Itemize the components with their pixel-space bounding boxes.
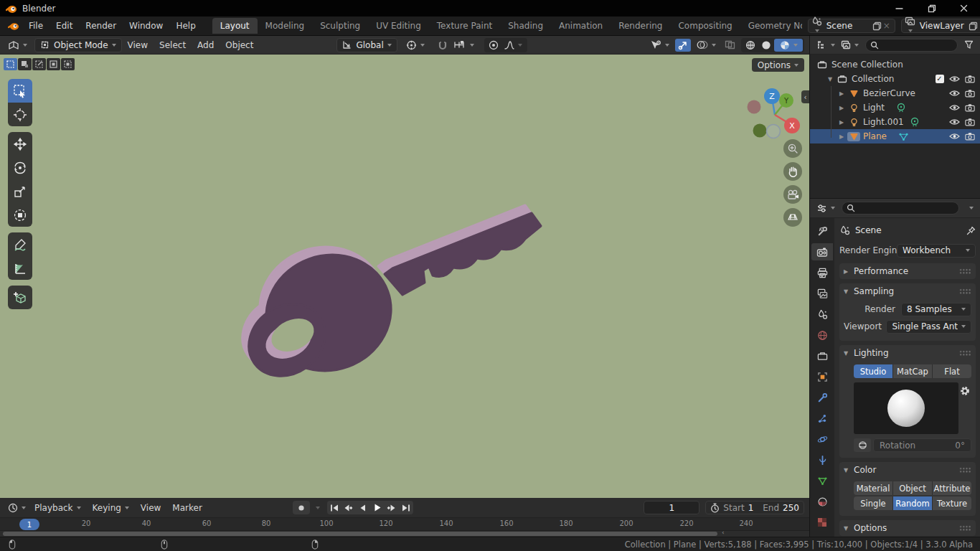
render-camera-toggle[interactable] — [962, 89, 977, 98]
proportional-editing-toggle[interactable] — [486, 39, 501, 52]
pivot-point-button[interactable] — [403, 39, 428, 52]
keying-dropdown[interactable] — [312, 503, 320, 513]
proportional-falloff-button[interactable] — [501, 39, 526, 52]
expander-closed-icon[interactable]: ▶ — [836, 90, 847, 97]
color-texture-button[interactable]: Texture — [933, 496, 971, 510]
tool-rotate[interactable] — [8, 156, 32, 179]
timeline-ruler[interactable]: 1 20 40 60 80 100 120 140 160 180 200 22… — [0, 518, 809, 531]
new-viewlayer-icon[interactable] — [969, 22, 978, 31]
menu-object[interactable]: Object — [220, 38, 259, 52]
selectability-visibility-button[interactable] — [647, 39, 672, 52]
hide-eye-toggle[interactable] — [947, 104, 962, 111]
outliner-row-plane[interactable]: ▶ Plane — [810, 129, 980, 143]
jump-to-start-button[interactable] — [327, 501, 341, 514]
expander-open-icon[interactable]: ▼ — [824, 76, 836, 83]
outliner-filter-button[interactable] — [961, 39, 976, 51]
tab-layout[interactable]: Layout — [212, 18, 258, 34]
next-keyframe-button[interactable] — [385, 501, 399, 514]
lighting-matcap-button[interactable]: MatCap — [893, 364, 933, 378]
properties-tab-collection[interactable] — [811, 347, 833, 364]
properties-tab-physics[interactable] — [811, 430, 833, 448]
viewport-3d[interactable]: Options — [0, 55, 809, 498]
collection-checkbox[interactable]: ✓ — [932, 75, 947, 83]
menu-add[interactable]: Add — [192, 38, 220, 52]
auto-keying-record-button[interactable] — [293, 501, 310, 514]
light-data-icon[interactable] — [910, 117, 920, 127]
properties-options-button[interactable] — [963, 205, 976, 211]
menu-view[interactable]: View — [122, 38, 154, 52]
properties-tab-object-data[interactable] — [811, 472, 833, 489]
select-mode-subtract[interactable] — [32, 58, 46, 70]
drag-grip-icon[interactable] — [959, 525, 971, 532]
color-material-button[interactable]: Material — [854, 481, 893, 495]
tab-geometry-nodes[interactable]: Geometry Noc — [740, 18, 802, 34]
row-label[interactable]: Plane — [863, 131, 887, 141]
breadcrumb-scene[interactable]: Scene — [855, 225, 882, 235]
render-samples-dropdown[interactable]: 8 Samples — [901, 303, 971, 316]
curve-data-icon[interactable] — [898, 132, 909, 141]
studiolight-preview[interactable] — [854, 382, 958, 434]
expander-closed-icon[interactable]: ▶ — [836, 105, 847, 111]
tool-measure[interactable] — [8, 256, 32, 280]
properties-tab-scene[interactable] — [811, 306, 833, 323]
tool-scale[interactable] — [8, 179, 32, 203]
color-attribute-button[interactable]: Attribute — [933, 481, 971, 495]
scrollbar-chevron[interactable]: ‹ — [722, 529, 725, 536]
studiolight-settings-gear-icon[interactable] — [959, 385, 971, 397]
hide-eye-toggle[interactable] — [947, 90, 962, 97]
menu-marker[interactable]: Marker — [166, 501, 207, 515]
menu-render[interactable]: Render — [79, 19, 123, 33]
drag-grip-icon[interactable] — [959, 288, 971, 295]
row-label[interactable]: BezierCurve — [863, 88, 915, 98]
blender-menu-icon[interactable] — [4, 20, 22, 32]
previous-frame-button[interactable] — [356, 501, 370, 514]
viewlayer-selector[interactable]: ViewLayer × — [901, 19, 980, 33]
tab-rendering[interactable]: Rendering — [611, 18, 670, 34]
tab-texture-paint[interactable]: Texture Paint — [429, 18, 500, 34]
pin-icon[interactable] — [966, 226, 976, 235]
performance-header[interactable]: ▶ Performance — [844, 263, 971, 279]
outliner-row-light-001[interactable]: ▶ Light.001 — [810, 115, 980, 129]
world-space-lighting-toggle[interactable] — [854, 438, 871, 452]
light-data-icon[interactable] — [896, 103, 906, 113]
row-label[interactable]: Light.001 — [863, 117, 904, 127]
tab-animation[interactable]: Animation — [551, 18, 611, 34]
outliner-row-light[interactable]: ▶ Light — [810, 100, 980, 115]
menu-playback[interactable]: Playback — [29, 501, 87, 515]
outliner-editor-type-button[interactable] — [814, 39, 838, 51]
options-header[interactable]: ▼ Options — [844, 520, 971, 536]
scene-selector[interactable]: Scene × — [808, 19, 895, 33]
timeline-scrollbar[interactable] — [3, 532, 717, 536]
end-value[interactable]: 250 — [783, 503, 799, 513]
select-mode-set[interactable] — [4, 58, 17, 70]
menu-help[interactable]: Help — [169, 19, 202, 33]
outliner-row-scene-collection[interactable]: Scene Collection — [810, 57, 980, 72]
expander-closed-icon[interactable]: ▶ — [836, 119, 847, 126]
menu-select[interactable]: Select — [154, 38, 192, 52]
scene-name[interactable]: Scene — [822, 21, 872, 31]
menu-keying[interactable]: Keying — [87, 501, 135, 515]
tab-sculpting[interactable]: Sculpting — [312, 18, 368, 34]
viewlayer-browse-icon[interactable] — [905, 17, 915, 36]
hide-eye-toggle[interactable] — [947, 75, 962, 83]
menu-window[interactable]: Window — [123, 19, 169, 33]
rotation-slider[interactable]: Rotation 0° — [873, 438, 971, 452]
tool-select-box[interactable] — [8, 79, 32, 103]
tab-modeling[interactable]: Modeling — [258, 18, 313, 34]
maximize-button[interactable] — [915, 0, 948, 17]
viewlayer-name[interactable]: ViewLayer — [915, 21, 969, 31]
properties-search-field[interactable] — [842, 202, 959, 215]
timeline-editor-type-button[interactable] — [5, 501, 29, 514]
close-button[interactable] — [948, 0, 980, 17]
lighting-header[interactable]: ▼ Lighting — [844, 345, 971, 361]
gizmo-axis-negx[interactable] — [748, 100, 761, 114]
transform-orientation[interactable]: Global — [336, 38, 397, 52]
color-object-button[interactable]: Object — [893, 481, 933, 495]
outliner-row-collection[interactable]: ▼ Collection ✓ — [810, 72, 980, 86]
tool-add-cube[interactable] — [8, 286, 32, 309]
properties-tab-constraints[interactable] — [811, 451, 833, 468]
properties-tab-tool[interactable] — [811, 222, 833, 240]
show-gizmo-toggle[interactable] — [675, 39, 691, 52]
tool-cursor[interactable] — [8, 103, 32, 126]
snap-magnet-icon[interactable] — [435, 39, 451, 52]
